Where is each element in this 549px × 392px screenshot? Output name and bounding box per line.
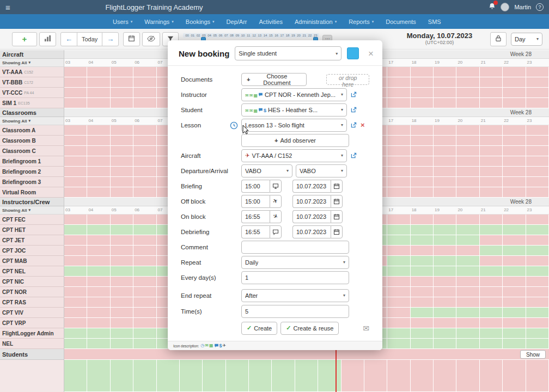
grid-cell[interactable]: [111, 246, 133, 256]
grid-cell[interactable]: [87, 77, 110, 88]
grid-cell[interactable]: [480, 88, 503, 98]
grid-cell[interactable]: [180, 360, 203, 392]
grid-cell[interactable]: [111, 77, 133, 88]
view-mode-select[interactable]: Day ▾: [511, 33, 542, 46]
grid-cell[interactable]: [87, 225, 110, 235]
nav-item-activities[interactable]: Activities: [253, 14, 289, 29]
grid-cell[interactable]: [111, 277, 133, 287]
lesson-select[interactable]: Lesson 13 - Solo flight ▾: [241, 119, 347, 132]
grid-cell[interactable]: [503, 146, 526, 156]
grid-cell[interactable]: [387, 287, 410, 297]
grid-cell[interactable]: [503, 339, 526, 349]
grid-cell[interactable]: [434, 277, 456, 287]
grid-cell[interactable]: [480, 256, 503, 266]
grid-cell[interactable]: [387, 156, 410, 167]
grid-cell[interactable]: [526, 339, 549, 349]
grid-cell[interactable]: [87, 297, 110, 308]
next-day-button[interactable]: →: [102, 32, 119, 46]
grid-cell[interactable]: [503, 318, 526, 328]
resource-label[interactable]: CPT JET: [0, 235, 64, 246]
grid-cell[interactable]: [526, 136, 549, 146]
grid-cell[interactable]: [111, 360, 133, 392]
grid-cell[interactable]: [387, 146, 410, 156]
grid-cell[interactable]: [503, 125, 526, 136]
resource-label[interactable]: CPT VIV: [0, 308, 64, 318]
grid-cell[interactable]: [133, 167, 156, 177]
grid-cell[interactable]: [456, 339, 479, 349]
grid-cell[interactable]: [133, 225, 156, 235]
today-button[interactable]: Today: [77, 32, 102, 46]
help-icon[interactable]: ?: [536, 3, 544, 11]
grid-cell[interactable]: [111, 146, 133, 156]
grid-cell[interactable]: [133, 318, 156, 328]
grid-cell[interactable]: [503, 256, 526, 266]
drop-here-zone[interactable]: or drop here: [326, 74, 369, 85]
grid-cell[interactable]: [503, 98, 526, 108]
grid-cell[interactable]: [503, 187, 526, 198]
grid-cell[interactable]: [387, 328, 410, 339]
grid-cell[interactable]: [133, 287, 156, 297]
grid-cell[interactable]: [133, 177, 156, 187]
hamburger-icon[interactable]: ≡: [5, 3, 10, 12]
grid-cell[interactable]: [411, 266, 434, 277]
grid-cell[interactable]: [133, 125, 156, 136]
grid-cell[interactable]: [133, 215, 156, 225]
grid-cell[interactable]: [133, 308, 156, 318]
grid-cell[interactable]: [434, 67, 456, 77]
grid-cell[interactable]: [526, 225, 549, 235]
grid-cell[interactable]: [364, 360, 387, 392]
grid-cell[interactable]: [64, 215, 87, 225]
nav-item-dep-arr[interactable]: Dep/Arr: [221, 14, 253, 29]
grid-cell[interactable]: [387, 360, 410, 392]
grid-cell[interactable]: [456, 297, 479, 308]
grid-cell[interactable]: [111, 318, 133, 328]
grid-cell[interactable]: [456, 88, 479, 98]
grid-cell[interactable]: [64, 125, 87, 136]
grid-cell[interactable]: [434, 77, 456, 88]
resource-label[interactable]: Classroom A: [0, 125, 64, 136]
visibility-button[interactable]: [142, 32, 160, 46]
grid-cell[interactable]: [87, 246, 110, 256]
grid-cell[interactable]: [111, 88, 133, 98]
resource-label[interactable]: CPT HET: [0, 225, 64, 235]
grid-cell[interactable]: [87, 125, 110, 136]
grid-cell[interactable]: [434, 235, 456, 246]
showing-filter-instructors-crew[interactable]: Showing All▾: [0, 206, 64, 215]
grid-cell[interactable]: [64, 360, 87, 392]
resource-label[interactable]: CPT FEC: [0, 215, 64, 225]
grid-cell[interactable]: [503, 287, 526, 297]
grid-cell[interactable]: [87, 177, 110, 187]
grid-cell[interactable]: [64, 167, 87, 177]
grid-cell[interactable]: [456, 146, 479, 156]
plane-takeoff-icon[interactable]: ✈: [270, 195, 282, 208]
grid-cell[interactable]: [64, 67, 87, 77]
grid-cell[interactable]: [480, 215, 503, 225]
grid-cell[interactable]: [526, 287, 549, 297]
grid-cell[interactable]: [111, 125, 133, 136]
grid-cell[interactable]: [133, 235, 156, 246]
grid-cell[interactable]: [456, 125, 479, 136]
grid-cell[interactable]: [411, 146, 434, 156]
grid-cell[interactable]: [111, 256, 133, 266]
grid-cell[interactable]: [480, 136, 503, 146]
grid-cell[interactable]: [503, 88, 526, 98]
grid-cell[interactable]: [64, 156, 87, 167]
grid-cell[interactable]: [133, 77, 156, 88]
grid-cell[interactable]: [111, 225, 133, 235]
grid-cell[interactable]: [111, 187, 133, 198]
grid-cell[interactable]: [111, 156, 133, 167]
grid-cell[interactable]: [411, 235, 434, 246]
grid-cell[interactable]: [480, 125, 503, 136]
grid-cell[interactable]: [387, 88, 410, 98]
onblock-date-input[interactable]: [292, 210, 331, 223]
grid-cell[interactable]: [526, 98, 549, 108]
grid-cell[interactable]: [133, 146, 156, 156]
grid-cell[interactable]: [411, 156, 434, 167]
grid-cell[interactable]: [64, 339, 87, 349]
grid-cell[interactable]: [526, 235, 549, 246]
grid-cell[interactable]: [87, 277, 110, 287]
grid-cell[interactable]: [411, 187, 434, 198]
grid-cell[interactable]: [434, 266, 456, 277]
grid-cell[interactable]: [411, 308, 434, 318]
grid-cell[interactable]: [387, 256, 410, 266]
